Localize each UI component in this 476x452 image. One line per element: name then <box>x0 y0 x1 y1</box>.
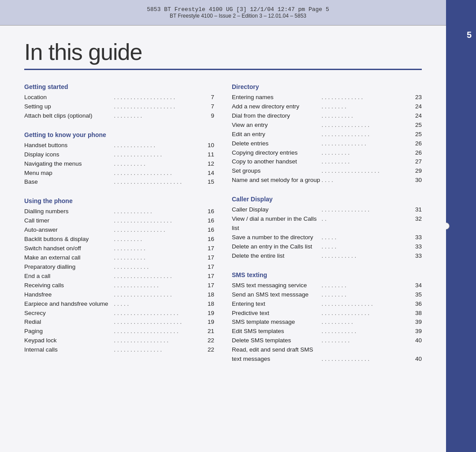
toc-dots: . . . . . . . . . . . . . . . . . . . . … <box>113 318 204 327</box>
toc-dots: . . . . . . . . . <box>321 336 412 345</box>
toc-item-label: Edit SMS templates <box>232 327 321 336</box>
toc-page-number: 25 <box>411 130 422 139</box>
toc-item-label: Make an external call <box>24 253 113 263</box>
section-heading: Getting started <box>24 83 214 90</box>
toc-dots: . . . . . . . . . . . . . . . <box>321 121 412 130</box>
toc-item-label: Paging <box>24 327 113 336</box>
toc-item-label: Delete entries <box>232 139 321 148</box>
toc-dots: . . . . . . . . . . . . . . <box>321 139 412 148</box>
guide-title: In this guide <box>24 39 422 65</box>
toc-item-label: Dial from the directory <box>232 111 321 121</box>
toc-dots: . . . . . . . . . . <box>321 111 412 121</box>
toc-item-label: SMS text messaging service <box>232 281 321 290</box>
toc-item: Make an external call . . . . . . . . . … <box>24 253 214 263</box>
toc-page-number: 40 <box>411 355 422 364</box>
toc-item: Menu map . . . . . . . . . . . . . . . .… <box>24 169 214 178</box>
toc-dots: . . . . . . . . . . . . . . . . <box>113 226 204 235</box>
toc-item: Send an SMS text messsage . . . . . . . … <box>232 290 422 300</box>
toc-page-number: 24 <box>411 111 422 121</box>
toc-item: Copying directory entries . . . . . . . … <box>232 148 422 158</box>
toc-item-label: Redial <box>24 318 113 327</box>
toc-item-label: Entering names <box>232 93 321 102</box>
toc-item-label: Predictive text <box>232 309 321 318</box>
toc-page-number: 16 <box>204 216 214 226</box>
toc-page-number: 16 <box>204 235 214 244</box>
toc-page-number: 36 <box>411 300 422 309</box>
toc-dots: . . . . . . . . . . . . . . . . . <box>113 336 204 345</box>
toc-item: Delete SMS templates . . . . . . . . .40 <box>232 336 422 345</box>
toc-item: Backlit buttons & display . . . . . . . … <box>24 235 214 244</box>
toc-item-label: Base <box>24 178 113 187</box>
toc-item-label: Internal calls <box>24 345 113 355</box>
toc-page-number: 32 <box>411 215 422 233</box>
toc-page-number: 40 <box>411 336 422 345</box>
toc-item-label: Delete an entry in the Calls list <box>232 242 321 252</box>
toc-page-number: 17 <box>204 281 214 290</box>
right-sidebar: 5 <box>446 0 476 452</box>
toc-dots: . . . . . . . . . . <box>113 253 204 263</box>
title-section: In this guide <box>24 39 422 70</box>
toc-item-label: Entering text <box>232 300 321 309</box>
section-heading: Caller Display <box>232 196 422 203</box>
toc-item-label: Copy to another handset <box>232 157 321 167</box>
toc-dots: . . . . . . . . . . <box>113 159 204 169</box>
toc-dots: . . . . . . . . . . . . <box>113 207 204 216</box>
toc-item: Handset buttons . . . . . . . . . . . . … <box>24 141 214 150</box>
toc-item: Display icons . . . . . . . . . . . . . … <box>24 150 214 159</box>
toc-item: Base . . . . . . . . . . . . . . . . . .… <box>24 178 214 187</box>
top-bar-line1: 5853 BT Freestyle 4100 UG [3] 12/1/04 12… <box>147 6 329 13</box>
toc-item: Preparatory dialling . . . . . . . . . .… <box>24 263 214 272</box>
toc-page-number: 29 <box>411 167 422 176</box>
toc-item: End a call . . . . . . . . . . . . . . .… <box>24 272 214 281</box>
toc-page-number: 17 <box>204 263 214 272</box>
toc-dots: . . . . . . . . . . . . . . . . . . . . … <box>113 178 204 187</box>
toc-item-label: Add a new directory entry <box>232 102 321 111</box>
toc-page-number: 27 <box>411 157 422 167</box>
section-heading: SMS texting <box>232 271 422 278</box>
toc-item-label: Keypad lock <box>24 336 113 345</box>
toc-page-number: 39 <box>411 327 422 336</box>
toc-dots: . . . . . . . . . . . <box>321 252 412 261</box>
toc-item: Delete entries . . . . . . . . . . . . .… <box>232 139 422 148</box>
toc-item-label: SMS template message <box>232 318 321 327</box>
toc-item: Switch handset on/off . . . . . . . . . … <box>24 244 214 253</box>
toc-dots: . . . . . . . . . . <box>113 244 204 253</box>
right-column: DirectoryEntering names . . . . . . . . … <box>232 83 422 374</box>
toc-page-number: 11 <box>204 150 214 159</box>
toc-page-number: 19 <box>204 318 214 327</box>
toc-dots: . . . . . . . . . . . . . . <box>113 281 204 290</box>
toc-page-number: 7 <box>204 93 214 102</box>
toc-section: Caller DisplayCaller Display . . . . . .… <box>232 196 422 261</box>
toc-page-number: 12 <box>204 159 214 169</box>
toc-item-label: Save a number to the directory <box>232 233 321 242</box>
toc-item: Secrecy . . . . . . . . . . . . . . . . … <box>24 309 214 318</box>
section-heading: Using the phone <box>24 197 214 204</box>
toc-item-label: Auto-answer <box>24 226 113 235</box>
toc-page-number: 33 <box>411 242 422 252</box>
toc-section: Using the phoneDialling numbers . . . . … <box>24 197 214 355</box>
toc-item: Delete an entry in the Calls list . . . … <box>232 242 422 252</box>
toc-item-label: Edit an entry <box>232 130 321 139</box>
toc-item-label: Caller Display <box>232 205 321 215</box>
toc-dots: . . . . . . . . . . . <box>321 327 412 336</box>
toc-dots: . . . . . . . . . <box>321 148 412 158</box>
toc-item-label: Navigating the menus <box>24 159 113 169</box>
toc-dots: . . . . . . . . . . . <box>113 263 204 272</box>
toc-item: Setting up . . . . . . . . . . . . . . .… <box>24 102 214 111</box>
toc-item: text messages . . . . . . . . . . . . . … <box>232 355 422 364</box>
toc-dots: . . . . . . . . . . . . . . . <box>113 345 204 355</box>
toc-dots: . . . . . . . . . . . . . . . <box>321 355 412 364</box>
toc-item-label: View an entry <box>232 121 321 130</box>
toc-dots: . . . . <box>321 176 412 185</box>
toc-page-number <box>411 345 422 355</box>
toc-dots: . . . . . <box>321 233 412 242</box>
page-container: 5853 BT Freestyle 4100 UG [3] 12/1/04 12… <box>0 0 476 452</box>
toc-item-label: Preparatory dialling <box>24 263 113 272</box>
toc-dots: . . . . . . . . . . . . . . . <box>321 309 412 318</box>
toc-item-label: Setting up <box>24 102 113 111</box>
toc-item: Keypad lock . . . . . . . . . . . . . . … <box>24 336 214 345</box>
columns: Getting startedLocation . . . . . . . . … <box>24 83 422 374</box>
toc-dots: . . <box>321 215 412 233</box>
toc-page-number: 9 <box>204 111 214 121</box>
toc-item: Earpiece and handsfree volume . . . . .1… <box>24 300 214 309</box>
